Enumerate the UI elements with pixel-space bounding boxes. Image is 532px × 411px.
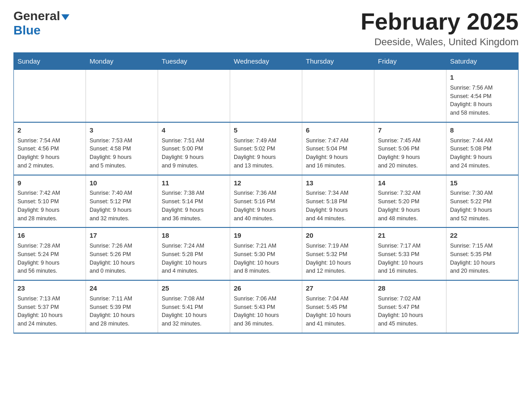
- day-info: Sunrise: 7:24 AMSunset: 5:28 PMDaylight:…: [162, 242, 226, 275]
- calendar-cell: 2Sunrise: 7:54 AMSunset: 4:56 PMDaylight…: [14, 122, 86, 175]
- logo-blue: Blue: [13, 23, 41, 38]
- calendar-cell: 3Sunrise: 7:53 AMSunset: 4:58 PMDaylight…: [86, 122, 158, 175]
- calendar-cell: [14, 70, 86, 122]
- calendar-cell: 13Sunrise: 7:34 AMSunset: 5:18 PMDayligh…: [302, 175, 374, 228]
- day-info: Sunrise: 7:40 AMSunset: 5:12 PMDaylight:…: [90, 189, 154, 223]
- calendar-cell: [158, 70, 230, 122]
- day-info: Sunrise: 7:51 AMSunset: 5:00 PMDaylight:…: [162, 137, 226, 170]
- day-number: 12: [234, 178, 298, 188]
- calendar-cell: [230, 70, 302, 122]
- day-info: Sunrise: 7:47 AMSunset: 5:04 PMDaylight:…: [306, 137, 370, 170]
- day-info: Sunrise: 7:38 AMSunset: 5:14 PMDaylight:…: [162, 189, 226, 223]
- day-number: 16: [17, 231, 82, 240]
- calendar-cell: 15Sunrise: 7:30 AMSunset: 5:22 PMDayligh…: [446, 175, 519, 228]
- day-info: Sunrise: 7:17 AMSunset: 5:33 PMDaylight:…: [378, 242, 442, 275]
- logo-triangle-icon: [61, 14, 69, 20]
- day-info: Sunrise: 7:56 AMSunset: 4:54 PMDaylight:…: [450, 84, 515, 117]
- day-number: 28: [378, 283, 442, 293]
- day-number: 8: [450, 125, 515, 135]
- weekday-header-thursday: Thursday: [302, 53, 374, 70]
- calendar-cell: 14Sunrise: 7:32 AMSunset: 5:20 PMDayligh…: [374, 175, 446, 228]
- calendar-cell: 8Sunrise: 7:44 AMSunset: 5:08 PMDaylight…: [446, 122, 519, 175]
- day-number: 25: [162, 283, 226, 293]
- calendar-cell: 25Sunrise: 7:08 AMSunset: 5:41 PMDayligh…: [158, 280, 230, 333]
- day-number: 22: [450, 231, 515, 240]
- day-number: 26: [234, 283, 298, 293]
- location: Deeside, Wales, United Kingdom: [360, 36, 519, 48]
- day-info: Sunrise: 7:30 AMSunset: 5:22 PMDaylight:…: [450, 189, 515, 223]
- day-number: 15: [450, 178, 515, 188]
- calendar-cell: 28Sunrise: 7:02 AMSunset: 5:47 PMDayligh…: [374, 280, 446, 333]
- day-number: 6: [306, 125, 370, 135]
- calendar-cell: 27Sunrise: 7:04 AMSunset: 5:45 PMDayligh…: [302, 280, 374, 333]
- weekday-header-wednesday: Wednesday: [230, 53, 302, 70]
- day-info: Sunrise: 7:08 AMSunset: 5:41 PMDaylight:…: [162, 295, 226, 328]
- day-info: Sunrise: 7:02 AMSunset: 5:47 PMDaylight:…: [378, 295, 442, 328]
- logo: General Blue: [13, 9, 69, 38]
- day-number: 2: [17, 125, 82, 135]
- day-info: Sunrise: 7:04 AMSunset: 5:45 PMDaylight:…: [306, 295, 370, 328]
- calendar-cell: 20Sunrise: 7:19 AMSunset: 5:32 PMDayligh…: [302, 227, 374, 280]
- calendar-cell: [86, 70, 158, 122]
- day-info: Sunrise: 7:21 AMSunset: 5:30 PMDaylight:…: [234, 242, 298, 275]
- day-info: Sunrise: 7:42 AMSunset: 5:10 PMDaylight:…: [17, 189, 82, 223]
- day-info: Sunrise: 7:45 AMSunset: 5:06 PMDaylight:…: [378, 137, 442, 170]
- month-title: February 2025: [360, 9, 519, 34]
- weekday-header-saturday: Saturday: [446, 53, 519, 70]
- day-info: Sunrise: 7:36 AMSunset: 5:16 PMDaylight:…: [234, 189, 298, 223]
- calendar-cell: [374, 70, 446, 122]
- weekday-header-sunday: Sunday: [14, 53, 86, 70]
- calendar-cell: 19Sunrise: 7:21 AMSunset: 5:30 PMDayligh…: [230, 227, 302, 280]
- day-info: Sunrise: 7:28 AMSunset: 5:24 PMDaylight:…: [17, 242, 82, 275]
- day-number: 10: [90, 178, 154, 188]
- day-info: Sunrise: 7:53 AMSunset: 4:58 PMDaylight:…: [90, 137, 154, 170]
- day-number: 27: [306, 283, 370, 293]
- day-number: 9: [17, 178, 82, 188]
- calendar-cell: 4Sunrise: 7:51 AMSunset: 5:00 PMDaylight…: [158, 122, 230, 175]
- calendar-cell: 10Sunrise: 7:40 AMSunset: 5:12 PMDayligh…: [86, 175, 158, 228]
- calendar-week-2: 2Sunrise: 7:54 AMSunset: 4:56 PMDaylight…: [14, 122, 519, 175]
- calendar-cell: 11Sunrise: 7:38 AMSunset: 5:14 PMDayligh…: [158, 175, 230, 228]
- day-number: 23: [17, 283, 82, 293]
- day-number: 1: [450, 73, 515, 82]
- day-info: Sunrise: 7:54 AMSunset: 4:56 PMDaylight:…: [17, 137, 82, 170]
- calendar-cell: 7Sunrise: 7:45 AMSunset: 5:06 PMDaylight…: [374, 122, 446, 175]
- day-number: 11: [162, 178, 226, 188]
- day-number: 19: [234, 231, 298, 240]
- day-info: Sunrise: 7:49 AMSunset: 5:02 PMDaylight:…: [234, 137, 298, 170]
- day-info: Sunrise: 7:26 AMSunset: 5:26 PMDaylight:…: [90, 242, 154, 275]
- day-info: Sunrise: 7:15 AMSunset: 5:35 PMDaylight:…: [450, 242, 515, 275]
- day-info: Sunrise: 7:13 AMSunset: 5:37 PMDaylight:…: [17, 295, 82, 328]
- day-number: 4: [162, 125, 226, 135]
- calendar-week-5: 23Sunrise: 7:13 AMSunset: 5:37 PMDayligh…: [14, 280, 519, 333]
- calendar-header: SundayMondayTuesdayWednesdayThursdayFrid…: [14, 53, 519, 70]
- calendar-body: 1Sunrise: 7:56 AMSunset: 4:54 PMDaylight…: [14, 70, 519, 333]
- calendar-cell: 18Sunrise: 7:24 AMSunset: 5:28 PMDayligh…: [158, 227, 230, 280]
- calendar-cell: 5Sunrise: 7:49 AMSunset: 5:02 PMDaylight…: [230, 122, 302, 175]
- calendar-cell: 16Sunrise: 7:28 AMSunset: 5:24 PMDayligh…: [14, 227, 86, 280]
- day-number: 13: [306, 178, 370, 188]
- logo-general: General: [13, 9, 60, 23]
- page-header: General Blue February 2025 Deeside, Wale…: [13, 9, 519, 48]
- calendar-table: SundayMondayTuesdayWednesdayThursdayFrid…: [13, 52, 519, 334]
- day-number: 3: [90, 125, 154, 135]
- calendar-cell: 17Sunrise: 7:26 AMSunset: 5:26 PMDayligh…: [86, 227, 158, 280]
- calendar-cell: 12Sunrise: 7:36 AMSunset: 5:16 PMDayligh…: [230, 175, 302, 228]
- day-info: Sunrise: 7:19 AMSunset: 5:32 PMDaylight:…: [306, 242, 370, 275]
- calendar-cell: 22Sunrise: 7:15 AMSunset: 5:35 PMDayligh…: [446, 227, 519, 280]
- day-number: 21: [378, 231, 442, 240]
- day-number: 24: [90, 283, 154, 293]
- day-info: Sunrise: 7:11 AMSunset: 5:39 PMDaylight:…: [90, 295, 154, 328]
- calendar-cell: 9Sunrise: 7:42 AMSunset: 5:10 PMDaylight…: [14, 175, 86, 228]
- day-number: 7: [378, 125, 442, 135]
- day-number: 17: [90, 231, 154, 240]
- day-number: 18: [162, 231, 226, 240]
- calendar-cell: 24Sunrise: 7:11 AMSunset: 5:39 PMDayligh…: [86, 280, 158, 333]
- calendar-week-1: 1Sunrise: 7:56 AMSunset: 4:54 PMDaylight…: [14, 70, 519, 122]
- day-number: 20: [306, 231, 370, 240]
- day-info: Sunrise: 7:44 AMSunset: 5:08 PMDaylight:…: [450, 137, 515, 170]
- title-block: February 2025 Deeside, Wales, United Kin…: [360, 9, 519, 48]
- calendar-cell: 23Sunrise: 7:13 AMSunset: 5:37 PMDayligh…: [14, 280, 86, 333]
- day-number: 14: [378, 178, 442, 188]
- day-info: Sunrise: 7:32 AMSunset: 5:20 PMDaylight:…: [378, 189, 442, 223]
